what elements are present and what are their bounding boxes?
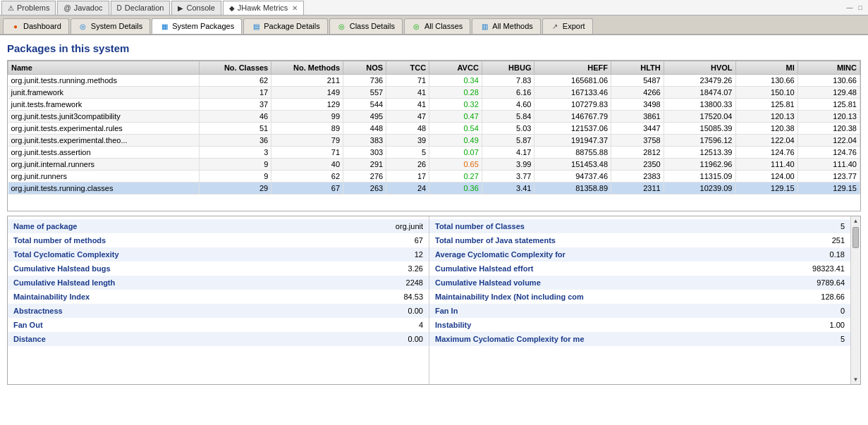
page-title: Packages in this system: [7, 42, 861, 54]
detail-value: 12: [367, 250, 423, 259]
tab-dashboard[interactable]: ● Dashboard: [3, 18, 69, 34]
table-row[interactable]: junit.tests.framework 37 129 544 41 0.32…: [8, 99, 860, 111]
detail-row-right: Fan In 0: [429, 304, 850, 318]
cell-hvol: 11315.09: [664, 171, 735, 183]
table-row[interactable]: org.junit.tests.running.methods 62 211 7…: [8, 75, 860, 87]
table-row[interactable]: org.junit.tests.experimental.theo... 36 …: [8, 135, 860, 147]
col-hbug[interactable]: HBUG: [482, 61, 534, 75]
cell-nos: 263: [343, 183, 386, 195]
col-minc[interactable]: MINC: [797, 61, 860, 75]
table-row[interactable]: org.junit.tests.junit3compatibility 46 9…: [8, 111, 860, 123]
tab-jhawk-label: JHawk Metrics: [238, 4, 288, 12]
cell-minc: 111.40: [797, 159, 860, 171]
detail-label: Total number of Java statements: [435, 236, 788, 245]
maximize-button[interactable]: □: [856, 4, 865, 12]
tab-jhawk[interactable]: ◆ JHawk Metrics ✕: [223, 1, 305, 15]
tab-package-details[interactable]: ▤ Package Details: [243, 18, 328, 34]
window-controls: — □: [844, 4, 868, 12]
tab-system-details[interactable]: ◎ System Details: [71, 18, 150, 34]
cell-mi: 125.81: [735, 99, 797, 111]
cell-hbug: 5.03: [482, 123, 534, 135]
cell-mi: 130.66: [735, 75, 797, 87]
cell-name: org.junit.tests.experimental.theo...: [8, 135, 200, 147]
scroll-down-arrow[interactable]: ▼: [851, 375, 860, 384]
cell-tcc: 17: [386, 171, 429, 183]
detail-label: Maintainability Index (Not including com: [435, 292, 788, 301]
tab-problems[interactable]: ⚠ Problems: [1, 1, 56, 15]
console-icon: ▶: [178, 4, 183, 12]
details-left-panel[interactable]: Name of package org.junit Total number o…: [8, 216, 429, 384]
col-hvol[interactable]: HVOL: [664, 61, 735, 75]
tab-all-classes[interactable]: ◎ All Classes: [404, 18, 470, 34]
cell-heff: 151453.48: [534, 159, 611, 171]
cell-mi: 120.13: [735, 111, 797, 123]
cell-tcc: 26: [386, 159, 429, 171]
packages-table: Name No. Classes No. Methods NOS TCC AVC…: [8, 61, 860, 195]
cell-methods: 40: [271, 159, 343, 171]
cell-name: org.junit.tests.running.classes: [8, 183, 200, 195]
export-icon: ↗: [550, 21, 560, 31]
cell-hbug: 4.17: [482, 147, 534, 159]
tab-jhawk-close[interactable]: ✕: [292, 4, 298, 12]
table-row[interactable]: org.junit.tests.experimental.rules 51 89…: [8, 123, 860, 135]
col-avcc[interactable]: AVCC: [429, 61, 482, 75]
col-tcc[interactable]: TCC: [386, 61, 429, 75]
cell-hvol: 15085.39: [664, 123, 735, 135]
table-row[interactable]: junit.framework 17 149 557 41 0.28 6.16 …: [8, 87, 860, 99]
col-hlth[interactable]: HLTH: [611, 61, 664, 75]
detail-label: Fan Out: [13, 321, 367, 329]
cell-heff: 107279.83: [534, 99, 611, 111]
cell-name: junit.tests.framework: [8, 99, 200, 111]
table-row[interactable]: org.junit.internal.runners 9 40 291 26 0…: [8, 159, 860, 171]
javadoc-icon: @: [63, 4, 71, 12]
tab-system-packages[interactable]: ▦ System Packages: [152, 18, 242, 34]
table-wrapper[interactable]: Name No. Classes No. Methods NOS TCC AVC…: [8, 61, 860, 197]
detail-value: 5: [788, 222, 845, 230]
minimize-button[interactable]: —: [844, 4, 856, 12]
cell-tcc: 24: [386, 183, 429, 195]
cell-avcc: 0.32: [429, 99, 482, 111]
detail-value: 3.26: [367, 264, 423, 273]
table-row[interactable]: org.junit.tests.running.classes 29 67 26…: [8, 183, 860, 195]
dashboard-icon: ●: [11, 21, 20, 31]
cell-hlth: 2383: [611, 171, 664, 183]
table-row[interactable]: org.junit.runners 9 62 276 17 0.27 3.77 …: [8, 171, 860, 183]
cell-minc: 122.04: [797, 135, 860, 147]
cell-heff: 88755.88: [534, 147, 611, 159]
col-heff[interactable]: HEFF: [534, 61, 611, 75]
system-packages-icon: ▦: [159, 21, 169, 31]
cell-hvol: 23479.26: [664, 75, 735, 87]
detail-value: 5: [788, 335, 845, 343]
cell-mi: 122.04: [735, 135, 797, 147]
cell-classes: 9: [200, 159, 271, 171]
col-methods[interactable]: No. Methods: [271, 61, 343, 75]
col-classes[interactable]: No. Classes: [200, 61, 271, 75]
cell-classes: 3: [200, 147, 271, 159]
cell-hlth: 3447: [611, 123, 664, 135]
col-nos[interactable]: NOS: [343, 61, 386, 75]
cell-tcc: 71: [386, 75, 429, 87]
tab-declaration[interactable]: D Declaration: [111, 1, 171, 15]
cell-hlth: 2812: [611, 147, 664, 159]
tab-class-details[interactable]: ◎ Class Details: [329, 18, 403, 34]
tab-all-methods[interactable]: ▥ All Methods: [472, 18, 540, 34]
cell-tcc: 41: [386, 87, 429, 99]
detail-label: Total number of methods: [13, 236, 367, 245]
cell-heff: 121537.06: [534, 123, 611, 135]
tab-javadoc[interactable]: @ Javadoc: [57, 1, 109, 15]
cell-nos: 544: [343, 99, 386, 111]
details-right-panel[interactable]: Total number of Classes 5 Total number o…: [429, 216, 850, 384]
detail-value: 128.66: [788, 292, 845, 301]
cell-avcc: 0.36: [429, 183, 482, 195]
details-scrollbar[interactable]: ▲ ▼: [850, 216, 860, 384]
detail-label: Cumulative Halstead effort: [435, 264, 788, 273]
col-name[interactable]: Name: [8, 61, 200, 75]
col-mi[interactable]: MI: [735, 61, 797, 75]
table-row[interactable]: org.junit.tests.assertion 3 71 303 5 0.0…: [8, 147, 860, 159]
tab-console[interactable]: ▶ Console: [171, 1, 221, 15]
scroll-up-arrow[interactable]: ▲: [851, 216, 860, 226]
cell-avcc: 0.27: [429, 171, 482, 183]
detail-row-right: Maximum Cyclomatic Complexity for me 5: [429, 332, 850, 346]
tab-export[interactable]: ↗ Export: [542, 18, 593, 34]
scroll-thumb[interactable]: [852, 227, 859, 248]
